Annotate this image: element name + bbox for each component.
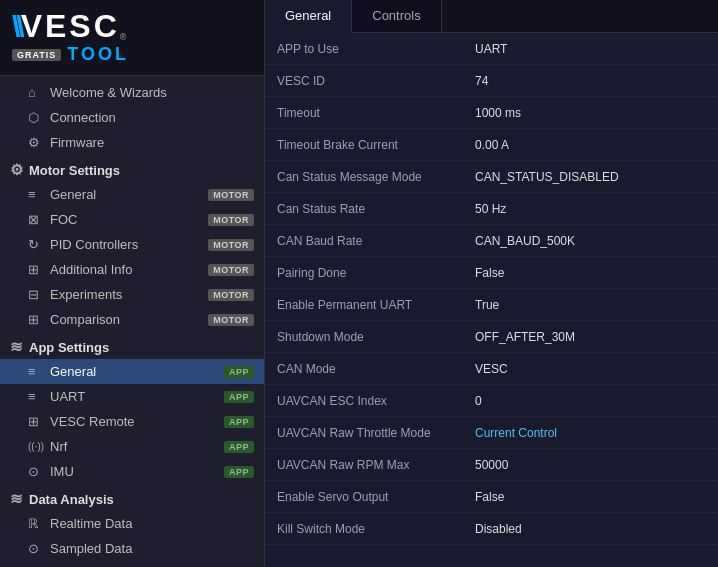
sidebar-item-connection[interactable]: ⬡ Connection xyxy=(0,105,264,130)
sidebar-item-experiments[interactable]: ⊟ Experiments MOTOR xyxy=(0,282,264,307)
app-badge: APP xyxy=(224,441,254,453)
value-uavcan-esc: 0 xyxy=(465,388,718,414)
vesc-remote-icon: ⊞ xyxy=(28,414,44,429)
sidebar-label-foc: FOC xyxy=(50,212,77,227)
nav-item-left: ⊞ Comparison xyxy=(28,312,120,327)
logo-slashes: \\ xyxy=(12,12,21,42)
nav-item-left: ≡ General xyxy=(28,187,96,202)
sidebar-label-sampled: Sampled Data xyxy=(50,541,132,556)
sidebar-label-pid: PID Controllers xyxy=(50,237,138,252)
value-uavcan-rpm: 50000 xyxy=(465,452,718,478)
nav-item-left: ≡ General xyxy=(28,364,96,379)
nav-item-left: ⊠ FOC xyxy=(28,212,77,227)
value-pairing-done: False xyxy=(465,260,718,286)
value-can-status-rate: 50 Hz xyxy=(465,196,718,222)
label-uavcan-esc: UAVCAN ESC Index xyxy=(265,388,465,414)
sidebar-item-comparison[interactable]: ⊞ Comparison MOTOR xyxy=(0,307,264,332)
label-uavcan-rpm: UAVCAN Raw RPM Max xyxy=(265,452,465,478)
sidebar-label-nrf: Nrf xyxy=(50,439,67,454)
sidebar-item-foc[interactable]: ⊠ FOC MOTOR xyxy=(0,207,264,232)
data-analysis-label: Data Analysis xyxy=(29,492,114,507)
label-enable-uart: Enable Permanent UART xyxy=(265,292,465,318)
sidebar-label-uart: UART xyxy=(50,389,85,404)
label-vesc-id: VESC ID xyxy=(265,68,465,94)
label-can-mode: CAN Mode xyxy=(265,356,465,382)
sidebar-label-vesc-remote: VESC Remote xyxy=(50,414,135,429)
nav-item-left: ↻ PID Controllers xyxy=(28,237,138,252)
nav-item-left: ⚙ Firmware xyxy=(28,135,104,150)
row-uavcan-esc: UAVCAN ESC Index 0 xyxy=(265,385,718,417)
app-badge: APP xyxy=(224,416,254,428)
row-can-status-mode: Can Status Message Mode CAN_STATUS_DISAB… xyxy=(265,161,718,193)
value-shutdown-mode: OFF_AFTER_30M xyxy=(465,324,718,350)
sidebar-label-additional-info: Additional Info xyxy=(50,262,132,277)
firmware-icon: ⚙ xyxy=(28,135,44,150)
value-timeout: 1000 ms xyxy=(465,100,718,126)
logo-block: \\ VESC ® GRATIS TOOL xyxy=(12,10,129,65)
row-vesc-id: VESC ID 74 xyxy=(265,65,718,97)
foc-icon: ⊠ xyxy=(28,212,44,227)
sidebar-item-app-general[interactable]: ≡ General APP xyxy=(0,359,264,384)
label-can-baud: CAN Baud Rate xyxy=(265,228,465,254)
comparison-icon: ⊞ xyxy=(28,312,44,327)
app-badge: APP xyxy=(224,391,254,403)
app-settings-header: ≋ App Settings xyxy=(0,332,264,359)
sidebar-item-firmware[interactable]: ⚙ Firmware xyxy=(0,130,264,155)
app-badge: APP xyxy=(224,466,254,478)
motor-general-icon: ≡ xyxy=(28,187,44,202)
app-general-icon: ≡ xyxy=(28,364,44,379)
sidebar-label-imu: IMU xyxy=(50,464,74,479)
sidebar-label-comparison: Comparison xyxy=(50,312,120,327)
motor-badge: MOTOR xyxy=(208,314,254,326)
app-settings-icon: ≋ xyxy=(10,338,23,356)
row-app-to-use: APP to Use UART xyxy=(265,33,718,65)
label-app-to-use: APP to Use xyxy=(265,36,465,62)
motor-badge: MOTOR xyxy=(208,239,254,251)
tab-general[interactable]: General xyxy=(265,0,352,33)
motor-badge: MOTOR xyxy=(208,189,254,201)
sidebar-item-additional-info[interactable]: ⊞ Additional Info MOTOR xyxy=(0,257,264,282)
tab-controls[interactable]: Controls xyxy=(352,0,441,32)
logo-row1: \\ VESC ® xyxy=(12,10,129,42)
value-can-status-mode: CAN_STATUS_DISABLED xyxy=(465,164,718,190)
label-kill-switch: Kill Switch Mode xyxy=(265,516,465,542)
nav-item-left: ⊙ IMU xyxy=(28,464,74,479)
sidebar-item-sampled-data[interactable]: ⊙ Sampled Data xyxy=(0,536,264,561)
nav-item-left: ⌂ Welcome & Wizards xyxy=(28,85,167,100)
label-timeout: Timeout xyxy=(265,100,465,126)
row-timeout-brake: Timeout Brake Current 0.00 A xyxy=(265,129,718,161)
settings-table: APP to Use UART VESC ID 74 Timeout 1000 … xyxy=(265,33,718,567)
sidebar-item-motor-general[interactable]: ≡ General MOTOR xyxy=(0,182,264,207)
sidebar-item-uart[interactable]: ≡ UART APP xyxy=(0,384,264,409)
value-kill-switch: Disabled xyxy=(465,516,718,542)
sidebar-item-welcome[interactable]: ⌂ Welcome & Wizards xyxy=(0,80,264,105)
sidebar-label-connection: Connection xyxy=(50,110,116,125)
app-settings-label: App Settings xyxy=(29,340,109,355)
row-can-mode: CAN Mode VESC xyxy=(265,353,718,385)
value-enable-uart: True xyxy=(465,292,718,318)
nav-item-left: ⊞ Additional Info xyxy=(28,262,132,277)
sidebar-item-vesc-remote[interactable]: ⊞ VESC Remote APP xyxy=(0,409,264,434)
sidebar-item-nrf[interactable]: ((·)) Nrf APP xyxy=(0,434,264,459)
sidebar-label-app-general: General xyxy=(50,364,96,379)
imu-icon: ⊙ xyxy=(28,464,44,479)
logo-vesc-text: VESC xyxy=(21,10,120,42)
label-pairing-done: Pairing Done xyxy=(265,260,465,286)
nav-item-left: ⊟ Experiments xyxy=(28,287,122,302)
uart-icon: ≡ xyxy=(28,389,44,404)
sidebar-item-pid[interactable]: ↻ PID Controllers MOTOR xyxy=(0,232,264,257)
row-can-status-rate: Can Status Rate 50 Hz xyxy=(265,193,718,225)
value-vesc-id: 74 xyxy=(465,68,718,94)
sidebar-item-realtime-data[interactable]: ℝ Realtime Data xyxy=(0,511,264,536)
additional-info-icon: ⊞ xyxy=(28,262,44,277)
motor-settings-label: Motor Settings xyxy=(29,163,120,178)
sidebar-item-imu-data[interactable]: ≋ IMU Data xyxy=(0,561,264,567)
nrf-icon: ((·)) xyxy=(28,441,44,452)
tab-bar: General Controls xyxy=(265,0,718,33)
row-kill-switch: Kill Switch Mode Disabled xyxy=(265,513,718,545)
label-uavcan-throttle: UAVCAN Raw Throttle Mode xyxy=(265,420,465,446)
row-can-baud: CAN Baud Rate CAN_BAUD_500K xyxy=(265,225,718,257)
nav-item-left: ⬡ Connection xyxy=(28,110,116,125)
sidebar-item-imu[interactable]: ⊙ IMU APP xyxy=(0,459,264,484)
value-can-mode: VESC xyxy=(465,356,718,382)
